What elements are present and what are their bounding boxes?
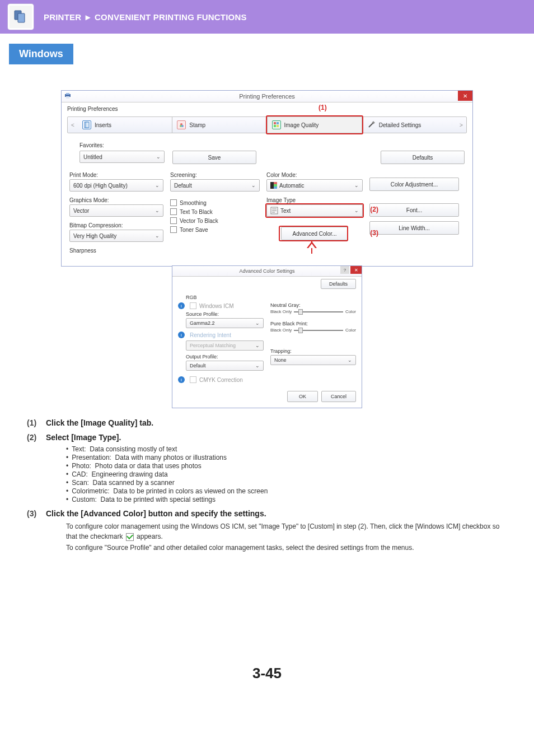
screening-select[interactable]: Default⌄ <box>170 179 260 192</box>
favorites-value: Untitled <box>83 154 102 160</box>
adv-close-button[interactable]: ✕ <box>350 266 362 274</box>
image-type-select[interactable]: Text ⌄ <box>266 204 363 217</box>
bullet-key: Colorimetric: <box>72 487 109 495</box>
pure-black-slider[interactable]: Black OnlyColor <box>270 328 356 333</box>
graphics-mode-value: Vector <box>73 208 89 214</box>
close-button[interactable]: ✕ <box>458 91 472 101</box>
bullet-key: Custom: <box>72 496 97 503</box>
graphics-mode-select[interactable]: Vector⌄ <box>69 204 163 217</box>
step-number: (2) <box>27 433 40 442</box>
text-icon <box>270 207 278 214</box>
tab-strip: < Inserts Stamp Image Quality Detailed S… <box>67 116 467 133</box>
print-mode-value: 600 dpi (High Quality) <box>73 183 128 189</box>
screenshot-printing-preferences: Printing Preferences ✕ Printing Preferen… <box>61 90 473 408</box>
slider-right-label: Color <box>345 309 356 314</box>
svg-rect-13 <box>277 125 279 127</box>
window-title: Printing Preferences <box>239 93 295 100</box>
breadcrumb-category: PRINTER <box>44 12 81 22</box>
output-profile-select[interactable]: Default⌄ <box>186 361 264 371</box>
page-number: 3-45 <box>27 665 507 704</box>
bullet-val: Data with many photos or illustrations <box>115 454 227 461</box>
adv-defaults-button[interactable]: Defaults <box>321 279 356 289</box>
bitmap-compression-label: Bitmap Compression: <box>69 222 163 228</box>
cmyk-correction-checkbox[interactable]: iCMYK Correction <box>178 376 264 383</box>
stamp-icon <box>177 120 186 129</box>
help-button[interactable]: ? <box>340 266 349 274</box>
source-profile-select[interactable]: Gamma2.2⌄ <box>186 318 264 328</box>
slider-right-label: Color <box>345 328 356 333</box>
pure-black-label: Pure Black Print: <box>270 321 356 326</box>
windows-icm-checkbox[interactable]: iWindows ICM <box>178 302 264 309</box>
svg-rect-15 <box>270 182 274 189</box>
graphics-mode-label: Graphics Mode: <box>69 197 163 203</box>
list-item: •Text: Data consisting mostly of text <box>66 445 507 453</box>
inserts-icon <box>82 120 91 129</box>
list-item: •CAD: Engineering drawing data <box>66 470 507 478</box>
neutral-gray-slider[interactable]: Black OnlyColor <box>270 309 356 314</box>
advanced-color-button[interactable]: Advanced Color... <box>281 227 348 240</box>
chevron-down-icon: ⌄ <box>156 154 161 160</box>
adv-titlebar: Advanced Color Settings ? ✕ <box>172 266 362 277</box>
trapping-select[interactable]: None⌄ <box>270 355 356 365</box>
chevron-down-icon: ⌄ <box>255 343 260 348</box>
tab-stamp[interactable]: Stamp <box>172 117 267 133</box>
breadcrumb-separator: ► <box>84 12 92 22</box>
chevron-down-icon: ⌄ <box>255 320 260 326</box>
print-mode-select[interactable]: 600 dpi (High Quality)⌄ <box>69 179 163 192</box>
step-2-title: Select [Image Type]. <box>46 433 121 442</box>
checkmark-icon <box>126 533 134 541</box>
info-icon: i <box>178 332 185 338</box>
neutral-gray-label: Neutral Gray: <box>270 302 356 308</box>
vector-to-black-label: Vector To Black <box>180 218 218 224</box>
chevron-down-icon: ⌄ <box>354 183 359 188</box>
bullet-val: Data consisting mostly of text <box>90 445 177 453</box>
tab-inserts[interactable]: Inserts <box>78 117 172 133</box>
tab-image-quality[interactable]: Image Quality <box>268 117 362 133</box>
vector-to-black-checkbox[interactable]: Vector To Black <box>170 217 260 224</box>
list-item: •Custom: Data to be printed with special… <box>66 496 507 503</box>
font-button[interactable]: Font... <box>369 203 459 217</box>
list-item: •Colorimetric: Data to be printed in col… <box>66 487 507 495</box>
svg-rect-6 <box>86 122 89 128</box>
tab-scroll-right[interactable]: > <box>456 122 466 128</box>
tab-scroll-left[interactable]: < <box>68 122 78 128</box>
image-type-label: Image Type <box>266 197 363 203</box>
svg-rect-4 <box>66 96 69 99</box>
screening-value: Default <box>174 183 192 189</box>
favorites-select[interactable]: Untitled⌄ <box>79 151 165 163</box>
color-adjustment-button[interactable]: Color Adjustment... <box>369 178 459 191</box>
bitmap-compression-select[interactable]: Very High Quality⌄ <box>69 230 163 242</box>
print-mode-label: Print Mode: <box>69 172 163 178</box>
svg-rect-12 <box>274 125 276 127</box>
step-3-paragraph-1: To configure color management using the … <box>66 521 507 542</box>
save-button[interactable]: Save <box>172 151 256 164</box>
line-width-button[interactable]: Line Width... <box>369 221 459 235</box>
advanced-color-dialog: Advanced Color Settings ? ✕ Defaults RGB… <box>172 265 362 408</box>
defaults-button[interactable]: Defaults <box>381 151 465 164</box>
page-header: PRINTER ► CONVENIENT PRINTING FUNCTIONS <box>0 0 534 34</box>
bullet-key: Presentation: <box>72 454 111 461</box>
text-to-black-checkbox[interactable]: Text To Black <box>170 208 260 215</box>
smoothing-checkbox[interactable]: Smoothing <box>170 199 260 206</box>
svg-rect-11 <box>277 122 279 124</box>
callout-3: (3) <box>370 229 378 237</box>
os-heading: Windows <box>9 44 73 64</box>
output-profile-label: Output Profile: <box>186 354 264 360</box>
list-item: •Scan: Data scanned by a scanner <box>66 479 507 487</box>
ok-button[interactable]: OK <box>287 391 318 402</box>
cancel-button[interactable]: Cancel <box>321 391 356 402</box>
instructions: (1)Click the [Image Quality] tab. (2)Sel… <box>27 418 507 553</box>
toner-save-checkbox[interactable]: Toner Save <box>170 226 260 233</box>
color-mode-select[interactable]: Automatic ⌄ <box>266 179 363 192</box>
bullet-key: Scan: <box>72 479 89 487</box>
rgb-label: RGB <box>186 295 264 300</box>
tab-detailed-settings[interactable]: Detailed Settings <box>362 117 456 133</box>
bullet-val: Data to be printed with special settings <box>101 496 216 503</box>
chevron-down-icon: ⌄ <box>155 208 160 213</box>
window-subtitle: Printing Preferences <box>62 102 472 115</box>
printer-icon <box>64 92 72 99</box>
image-quality-icon <box>272 120 281 129</box>
chevron-down-icon: ⌄ <box>251 183 256 188</box>
bitmap-compression-value: Very High Quality <box>73 233 116 239</box>
step-3-title: Click the [Advanced Color] button and sp… <box>46 509 266 518</box>
